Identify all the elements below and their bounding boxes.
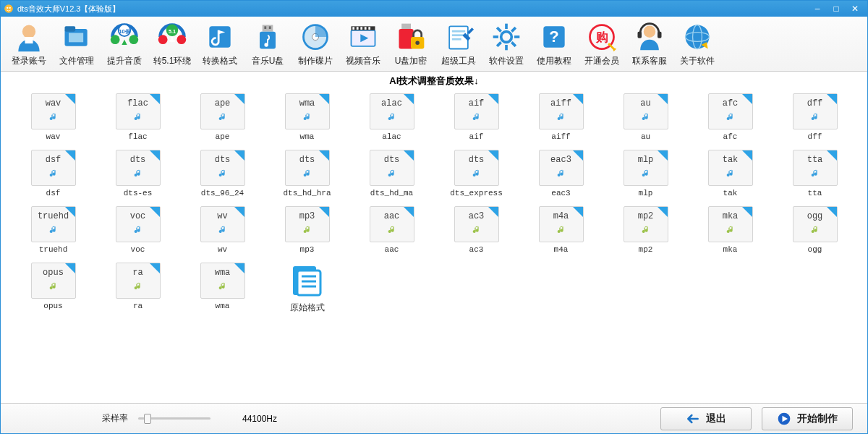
start-button[interactable]: 开始制作 [762,407,853,430]
format-eac3[interactable]: eac3eac3 [519,148,603,199]
music-note-icon [217,111,229,126]
format-dts_hd_hra[interactable]: dtsdts_hd_hra [265,148,349,199]
format-afc[interactable]: afcafc [688,92,773,142]
file-ext: dts [215,155,231,165]
format-label: dff [808,132,822,141]
maximize-button[interactable]: □ [827,2,846,15]
format-opus[interactable]: opusopus [11,261,95,315]
format-flac[interactable]: flacflac [95,92,180,142]
toolbar-tools[interactable]: 超级工具 [435,19,482,69]
file-ext: eac3 [550,155,571,165]
format-au[interactable]: auau [603,92,688,142]
format-label: ac3 [469,245,484,254]
format-alac[interactable]: alacalac [349,92,434,142]
format-mp3[interactable]: mp3mp3 [265,205,349,255]
format-truehd[interactable]: truehdtruehd [11,205,95,255]
format-dts-es[interactable]: dtsdts-es [95,148,180,199]
music-note-icon [386,224,398,239]
minimize-button[interactable]: – [808,2,827,15]
login-icon [12,20,46,54]
toolbar-label: 提升音质 [107,55,142,67]
svg-point-43 [501,32,512,43]
format-label: mp3 [300,245,315,254]
format-ape[interactable]: apeape [180,92,265,142]
toolbar-login[interactable]: 登录账号 [5,19,53,69]
window-title: dts音效大师V12.3【体验版】 [17,4,120,14]
svg-line-51 [497,42,501,46]
format-wma[interactable]: wmawma [265,92,349,142]
toolbar-label: 转5.1环绕 [153,55,192,67]
toolbar-settings[interactable]: 软件设置 [482,19,530,69]
svg-point-13 [158,35,168,44]
format-label: alac [382,132,401,141]
toolbar-surround[interactable]: 5.1转5.1环绕 [148,19,196,69]
svg-point-9 [129,35,138,44]
format-mp2[interactable]: mp2mp2 [603,205,688,255]
exit-button[interactable]: 退出 [660,407,752,430]
format-aif[interactable]: aifaif [434,92,519,142]
format-dts_express[interactable]: dtsdts_express [434,148,519,199]
support-icon [633,20,666,54]
file-ext: au [640,98,650,109]
file-ext: tta [807,155,823,165]
toolbar-convert[interactable]: 转换格式 [196,19,244,69]
file-tile: ape [200,93,245,129]
toolbar-usbmusic[interactable]: 音乐U盘 [244,19,292,69]
format-dsf[interactable]: dsfdsf [11,148,95,199]
svg-point-14 [176,35,186,44]
music-note-icon [217,168,229,182]
toolbar-disc[interactable]: 制作碟片 [292,19,339,69]
format-wma[interactable]: wmawma [180,261,265,315]
music-note-icon [132,168,144,182]
format-wav[interactable]: wavwav [11,92,95,142]
music-note-icon [725,111,736,126]
about-icon [681,20,714,54]
toolbar-support[interactable]: 联系客服 [626,19,673,69]
convert-icon [203,20,237,54]
toolbar-member[interactable]: 购开通会员 [578,19,626,69]
format-mlp[interactable]: mlpmlp [603,148,688,199]
toolbar-quality[interactable]: 10倍提升音质 [101,19,148,69]
file-ext: tak [723,155,739,165]
close-button[interactable]: ✕ [846,2,864,15]
file-tile: dsf [31,150,76,186]
svg-point-3 [22,25,35,38]
toolbar-label: 联系客服 [632,55,667,67]
format-ogg[interactable]: oggogg [773,205,857,255]
format-ac3[interactable]: ac3ac3 [434,205,519,255]
svg-rect-58 [638,32,642,38]
format-tak[interactable]: taktak [688,148,773,199]
format-aac[interactable]: aacaac [349,205,434,255]
file-tile: dts [285,150,330,186]
format-voc[interactable]: vocvoc [95,205,180,255]
format-dts_96_24[interactable]: dtsdts_96_24 [180,148,265,199]
format-dts_hd_ma[interactable]: dtsdts_hd_ma [349,148,434,199]
format-mka[interactable]: mkamka [688,205,773,255]
music-note-icon [302,111,313,126]
file-tile: wav [31,93,76,129]
toolbar-about[interactable]: 关于软件 [673,19,721,69]
toolbar-video[interactable]: 视频音乐 [339,19,387,69]
format-label: dts_hd_ma [370,189,413,197]
format-ra[interactable]: rara [95,261,180,315]
toolbar-usbenc[interactable]: U盘加密 [387,19,435,69]
file-tile: dts [200,150,245,186]
format-aiff[interactable]: aiffaiff [519,92,603,142]
format-original[interactable]: 原始格式 [265,261,349,315]
svg-rect-59 [658,32,662,38]
toolbar-files[interactable]: 文件管理 [53,19,101,69]
svg-line-48 [497,27,501,32]
music-note-icon [132,224,144,239]
file-ext: ac3 [469,211,485,221]
svg-text:购: 购 [595,30,608,43]
format-tta[interactable]: ttatta [773,148,857,199]
toolbar-label: 文件管理 [59,55,94,67]
format-m4a[interactable]: m4am4a [519,205,603,255]
format-wv[interactable]: wvwv [180,205,265,255]
svg-rect-20 [264,26,266,29]
format-dff[interactable]: dffdff [773,92,857,142]
toolbar-tutorial[interactable]: ?使用教程 [530,19,578,69]
video-icon [346,20,380,54]
sample-rate-slider[interactable] [138,414,210,424]
format-label: wma [216,302,230,310]
